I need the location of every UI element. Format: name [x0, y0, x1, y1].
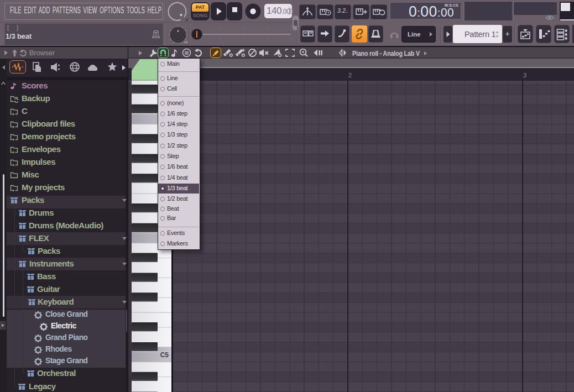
svg-text:C5: C5 [160, 351, 169, 359]
